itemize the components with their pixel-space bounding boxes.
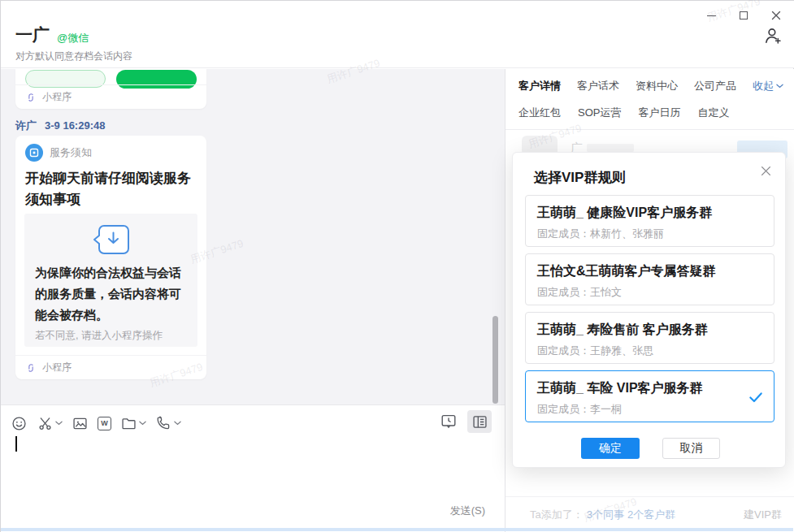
- close-window-button[interactable]: [766, 6, 787, 25]
- message-timestamp: 3-9 16:29:48: [45, 119, 105, 132]
- collapse-tabs-button[interactable]: 收起: [753, 79, 783, 93]
- added-prefix: Ta添加了：: [530, 508, 584, 521]
- panel-tabs-row-1: 客户详情 客户话术 资料中心 公司产品 收起: [518, 79, 783, 93]
- sender-name: 许广: [15, 119, 37, 132]
- card-source-footer: 小程序: [15, 355, 206, 379]
- card-source-footer: 小程序: [15, 84, 206, 109]
- composer-right-tools: [438, 410, 492, 433]
- message-composer: W: [1, 404, 505, 532]
- notice-source-label: 服务须知: [50, 145, 92, 160]
- window-controls: [701, 6, 787, 25]
- panel-tabs-row-2: 企业红包 SOP运营 客户日历 自定义: [518, 106, 783, 120]
- dialog-buttons: 确定 取消: [513, 438, 787, 459]
- group-name: 王怡文&王萌萌客户专属答疑群: [537, 263, 716, 280]
- close-icon: [771, 11, 781, 20]
- side-panel-icon: [471, 413, 488, 430]
- group-name: 王萌萌_ 健康险VIP客户服务群: [537, 205, 712, 222]
- tab-resource-center[interactable]: 资料中心: [636, 79, 678, 93]
- mini-program-card-partial[interactable]: 小程序: [15, 68, 206, 109]
- notice-inner-box: 为保障你的合法权益与会话的服务质量，会话内容将可能会被存档。 若不同意, 请进入…: [24, 214, 197, 347]
- notice-body-text: 为保障你的合法权益与会话的服务质量，会话内容将可能会被存档。: [35, 262, 187, 326]
- panel-footer-bar: Ta添加了：3个同事2个客户群 建VIP群: [505, 496, 794, 532]
- chevron-down-icon: [174, 421, 181, 426]
- confirm-button[interactable]: 确定: [581, 438, 640, 459]
- mini-program-link-icon: [25, 362, 37, 374]
- service-notice-icon: [25, 144, 43, 162]
- service-notice-card[interactable]: 服务须知 开始聊天前请仔细阅读服务须知事项 为保障你的合法权益与会话的服务质量，…: [15, 136, 206, 379]
- collapse-label: 收起: [753, 79, 774, 93]
- add-member-button[interactable]: [762, 25, 783, 46]
- customer-name-placeholder: [587, 144, 634, 152]
- emoji-button[interactable]: [11, 413, 28, 434]
- tab-enterprise-red-packet[interactable]: 企业红包: [518, 106, 561, 120]
- maximize-icon: [740, 11, 748, 19]
- mini-program-label: 小程序: [42, 90, 72, 104]
- wechat-source-badge: @微信: [57, 31, 89, 45]
- mini-program-label: 小程序: [42, 361, 72, 374]
- mini-program-link-icon: [25, 92, 37, 103]
- minimize-icon: [707, 15, 716, 16]
- tab-customer-details[interactable]: 客户详情: [518, 79, 561, 93]
- side-panel-toggle-button[interactable]: [467, 410, 492, 433]
- group-members: 固定成员：林新竹、张雅丽: [537, 227, 664, 241]
- text-cursor: [15, 436, 17, 452]
- screenshot-button[interactable]: [37, 413, 63, 434]
- vip-group-rule-dialog: 选择VIP群规则 王萌萌_ 健康险VIP客户服务群 固定成员：林新竹、张雅丽 王…: [512, 152, 786, 468]
- window-bottom-edge: [1, 528, 793, 531]
- tab-customer-scripts[interactable]: 客户话术: [577, 79, 619, 93]
- word-file-icon: W: [98, 417, 111, 430]
- chat-history-icon: [440, 413, 458, 430]
- chat-header: 一广 @微信 对方默认同意存档会话内容: [1, 1, 794, 68]
- voice-call-button[interactable]: [155, 413, 181, 434]
- chat-scrollbar-thumb[interactable]: [492, 316, 498, 404]
- group-rule-option-1[interactable]: 王萌萌_ 健康险VIP客户服务群 固定成员：林新竹、张雅丽: [525, 195, 774, 247]
- scissors-icon: [37, 415, 54, 432]
- contact-name: 一广: [15, 24, 50, 46]
- archive-download-icon: [93, 224, 130, 255]
- group-name: 王萌萌_ 车险 VIP客户服务群: [537, 380, 703, 397]
- dialog-title: 选择VIP群规则: [534, 168, 625, 187]
- chat-history-button[interactable]: [438, 410, 459, 433]
- tab-custom[interactable]: 自定义: [697, 106, 729, 120]
- wechat-work-window: 一广 @微信 对方默认同意存档会话内容: [0, 0, 794, 532]
- group-count-link[interactable]: 2个客户群: [627, 508, 675, 521]
- added-summary: Ta添加了：3个同事2个客户群: [530, 508, 675, 522]
- chevron-down-icon: [776, 84, 783, 89]
- notice-title: 开始聊天前请仔细阅读服务须知事项: [25, 168, 197, 210]
- notice-hint-text: 若不同意, 请进入小程序操作: [35, 329, 187, 343]
- send-button[interactable]: 发送(S): [450, 504, 485, 518]
- add-person-icon: [762, 25, 783, 46]
- cancel-button[interactable]: 取消: [662, 438, 720, 459]
- group-rule-option-2[interactable]: 王怡文&王萌萌客户专属答疑群 固定成员：王怡文: [525, 253, 774, 305]
- minimize-button[interactable]: [701, 6, 722, 25]
- chevron-down-icon: [55, 421, 63, 426]
- colleague-count-link[interactable]: 3个同事: [587, 508, 624, 521]
- group-rule-options: 王萌萌_ 健康险VIP客户服务群 固定成员：林新竹、张雅丽 王怡文&王萌萌客户专…: [525, 195, 774, 429]
- tab-sop-operations[interactable]: SOP运营: [578, 106, 621, 120]
- close-icon: [761, 166, 771, 176]
- notice-card-header: 服务须知: [25, 144, 92, 162]
- image-icon: [72, 415, 89, 432]
- archive-consent-notice: 对方默认同意存档会话内容: [15, 50, 132, 63]
- message-meta: 许广3-9 16:29:48: [15, 119, 105, 133]
- tab-company-products[interactable]: 公司产品: [694, 79, 736, 93]
- group-rule-option-4-selected[interactable]: 王萌萌_ 车险 VIP客户服务群 固定成员：李一桐: [525, 370, 774, 422]
- emoji-icon: [11, 415, 28, 432]
- group-members: 固定成员：王静雅、张思: [537, 344, 653, 358]
- message-input[interactable]: [1, 435, 505, 500]
- chevron-down-icon: [139, 421, 146, 426]
- group-rule-option-3[interactable]: 王萌萌_ 寿险售前 客户服务群 固定成员：王静雅、张思: [525, 312, 774, 364]
- message-list[interactable]: 小程序 许广3-9 16:29:48 服务须知 开始聊天前请仔细阅读服务须知事项: [1, 69, 505, 404]
- maximize-button[interactable]: [733, 6, 754, 25]
- tab-customer-calendar[interactable]: 客户日历: [638, 106, 680, 120]
- send-image-button[interactable]: [72, 413, 89, 434]
- send-file-button[interactable]: [120, 413, 146, 434]
- send-document-button[interactable]: W: [98, 413, 111, 434]
- dialog-close-button[interactable]: [757, 162, 774, 179]
- check-icon: [748, 389, 764, 405]
- group-members: 固定成员：王怡文: [537, 285, 622, 300]
- create-vip-group-button[interactable]: 建VIP群: [744, 508, 782, 522]
- folder-icon: [120, 415, 137, 432]
- composer-toolbar: W: [11, 413, 190, 434]
- phone-icon: [155, 415, 172, 432]
